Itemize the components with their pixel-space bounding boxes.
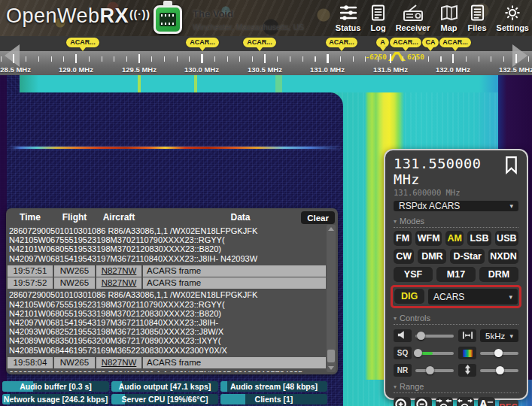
mode-button-m17[interactable]: M17 <box>436 267 476 282</box>
frequency-scale[interactable]: -6250 6250 128.5 MHz 129.0 MHz 129.5 MHz… <box>0 51 532 75</box>
mode-button-dstar[interactable]: D-Star <box>450 249 484 264</box>
digital-mode-select[interactable]: ACARS ▾ <box>428 289 518 304</box>
frequency-bookmark[interactable]: ACAR... <box>390 38 421 47</box>
mode-button-nxdn[interactable]: NXDN <box>488 249 518 264</box>
waterfall-recent-rows-band <box>20 75 498 92</box>
nav-item-receiver[interactable]: Receiver <box>396 4 430 32</box>
mute-button[interactable] <box>394 329 412 342</box>
message-line: N42093W06825219553198M3672130850XXXX23::… <box>9 327 326 336</box>
frequency-bookmark[interactable]: A <box>376 38 389 47</box>
scale-tick-label: 132.5 MHz <box>494 65 532 74</box>
nav-item-log[interactable]: Log <box>370 4 385 32</box>
zoom-out-total-icon <box>457 398 473 406</box>
modes-section-header: ▾ Modes <box>394 217 518 228</box>
mode-button-ysf[interactable]: YSF <box>394 267 433 282</box>
digital-mode-selected-value: ACARS <box>433 292 464 302</box>
scale-tick-label: 131.5 MHz <box>368 65 413 74</box>
nav-item-map[interactable]: Map <box>440 4 458 32</box>
zoom-out-button[interactable] <box>415 397 432 406</box>
bandwidth-icon <box>462 331 473 341</box>
zoom-in-total-icon <box>436 398 452 406</box>
openwebrx-logo[interactable]: OpenWebRX((·)) <box>6 5 150 28</box>
table-row[interactable]: 19:57:51 NW265 N827NW ACARS frame <box>8 265 326 277</box>
collapse-chevron-icon[interactable]: ▾ <box>394 383 397 390</box>
waterfall-colors-icon <box>463 350 473 357</box>
scrollbar-thumb[interactable] <box>327 350 335 362</box>
record-button[interactable]: REC <box>499 400 518 406</box>
network-usage-gauge: Network usage [246.2 kbps] <box>2 394 109 404</box>
audio-stream-gauge: Audio stream [48 kbps] <box>220 381 327 392</box>
mode-button-cw[interactable]: CW <box>394 249 414 264</box>
collapse-chevron-icon[interactable]: ▾ <box>394 218 397 225</box>
top-header: OpenWebRX((·)) The Void Winchester, Mass… <box>0 0 532 36</box>
receiver-location: Winchester, Massachusetts, US <box>193 23 304 32</box>
acars-message-text: 239072902201010098173 R39/A33039,1,1 239… <box>9 370 326 372</box>
waterfall-auto-slider[interactable] <box>480 369 518 372</box>
nav-item-settings[interactable]: Settings <box>497 4 529 32</box>
message-time: 19:57:52 <box>8 277 53 289</box>
frequency-bookmark[interactable]: ACAR... <box>439 38 471 47</box>
mode-button-am[interactable]: AM <box>445 231 464 246</box>
receiver-info: The Void Winchester, Massachusetts, US <box>193 8 304 32</box>
tuned-frequency-display[interactable]: 131.550000 MHz <box>394 156 504 187</box>
sdr-device-status-icon[interactable] <box>154 5 182 34</box>
squelch-slider[interactable] <box>415 352 454 355</box>
profile-select[interactable]: RSPdx ACARS ▾ <box>394 201 518 211</box>
mode-button-usb[interactable]: USB <box>495 231 518 246</box>
mode-button-dmr[interactable]: DMR <box>418 249 446 264</box>
zoom-out-total-button[interactable] <box>457 397 474 406</box>
waterfall-colors-slider[interactable] <box>480 352 518 355</box>
acars-message-text: 286072900501010301086 R86/A33086,1,1 /WX… <box>9 226 326 263</box>
range-section-header: ▾ Range <box>394 382 518 393</box>
frequency-bookmark[interactable]: ACAR... <box>66 38 99 47</box>
zoom-in-button[interactable] <box>394 397 411 406</box>
spectrum-waveform-icon: A <box>478 398 494 406</box>
files-document-icon <box>470 4 485 22</box>
table-row[interactable]: 19:58:04 NW265 N827NW ACARS frame <box>8 357 326 368</box>
mode-button-fm[interactable]: FM <box>394 231 412 246</box>
squelch-button[interactable]: SQ <box>394 347 412 359</box>
clients-gauge: Clients [1] <box>220 394 327 404</box>
collapse-chevron-icon[interactable]: ▾ <box>394 315 397 322</box>
nav-item-files[interactable]: Files <box>468 4 487 32</box>
zoom-to-passband-button[interactable] <box>436 397 453 406</box>
bookmark-icon[interactable] <box>504 156 518 174</box>
scrollbar-down-arrow[interactable] <box>328 366 334 370</box>
status-sliders-icon <box>339 4 357 22</box>
spectrum-toggle-button[interactable]: A <box>478 397 495 406</box>
chevron-down-icon: ▾ <box>509 202 513 210</box>
message-line: N42085W06844619573169M3652230830XXXX2300… <box>9 346 326 355</box>
frequency-bookmark[interactable]: CA <box>422 38 439 47</box>
mode-button-drm[interactable]: DRM <box>479 267 518 282</box>
volume-slider[interactable] <box>415 335 454 338</box>
aircraft-link[interactable]: N827NW <box>96 265 141 277</box>
aircraft-link[interactable]: N827NW <box>96 277 141 289</box>
frequency-bookmark[interactable]: ACAR... <box>186 38 219 47</box>
noise-reduction-slider[interactable] <box>415 369 454 372</box>
bandwidth-button[interactable] <box>458 329 476 342</box>
server-cpu-gauge: Server CPU [19%/66°C] <box>111 394 218 404</box>
frequency-bookmark[interactable]: ACAR... <box>326 38 357 47</box>
waterfall-auto-adjust-button[interactable] <box>458 364 476 377</box>
scale-tick-label: 131.0 MHz <box>305 65 350 74</box>
mode-button-lsb[interactable]: LSB <box>467 231 491 246</box>
messages-scrollbar[interactable] <box>327 225 336 372</box>
audio-output-gauge: Audio output [47.1 ksps] <box>111 381 218 392</box>
aircraft-link[interactable]: N827NW <box>96 357 141 368</box>
message-line: N42105W06755519523198M3702110790XXXX23::… <box>9 300 326 309</box>
clear-button[interactable]: Clear <box>301 211 335 224</box>
bandwidth-select[interactable]: 5kHz ▾ <box>480 329 518 342</box>
message-line: N42097W06815419543197M3672110840XXXX23::… <box>9 254 326 263</box>
noise-reduction-button[interactable]: NR <box>394 364 412 377</box>
col-header-flight: Flight <box>54 212 95 223</box>
acars-messages-panel: Time Flight Aircraft Data Clear 28607290… <box>6 208 338 374</box>
acars-burst-line <box>11 147 340 149</box>
mode-button-wfm[interactable]: WFM <box>415 231 442 246</box>
frequency-bookmark[interactable]: ACAR... <box>243 38 276 47</box>
scale-tick-label: 129.5 MHz <box>117 65 162 74</box>
waterfall-colors-button[interactable] <box>458 347 476 359</box>
dig-mode-button[interactable]: DIG <box>394 289 424 304</box>
nav-item-status[interactable]: Status <box>336 4 361 32</box>
table-row[interactable]: 19:57:52 NW265 N827NW ACARS frame <box>8 277 326 289</box>
scrollbar-up-arrow[interactable] <box>328 227 334 231</box>
